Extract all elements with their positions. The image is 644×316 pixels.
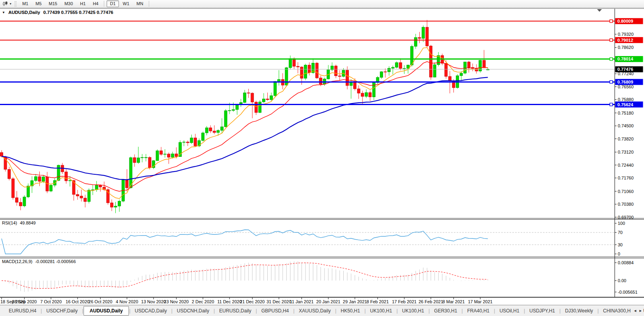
tabs-scroll-right-button[interactable]: ▸ (639, 308, 642, 313)
hline-handle[interactable] (610, 39, 613, 41)
candle-bearish (357, 89, 360, 93)
tab-gbpusd-h4[interactable]: GBPUSD,H4 (257, 306, 293, 315)
panel-divider[interactable] (0, 219, 644, 220)
timeframe-button-mn[interactable]: MN (133, 0, 146, 7)
candle-bearish (16, 198, 18, 202)
tab-separator: | (397, 308, 398, 314)
candle-bearish (19, 202, 22, 206)
candle-bullish (190, 138, 193, 142)
timeframe-button-m15[interactable]: M15 (46, 0, 60, 7)
candle-bullish (380, 72, 383, 77)
price-panel (0, 20, 489, 213)
candle-bearish (84, 198, 87, 202)
macd-indicator-label: MACD(12,26,9) -0.000281 -0.000566 (2, 259, 76, 264)
tab-usdcnh-daily[interactable]: USDCNH,Daily (173, 306, 213, 315)
svg-text:0.78014: 0.78014 (617, 57, 634, 61)
toolbar-separator (149, 1, 149, 7)
rsi-value: 49.8849 (20, 220, 36, 225)
tab-usdcad-daily[interactable]: USDCAD,Daily (131, 306, 171, 315)
rsi-axis-label: 0 (618, 252, 620, 256)
candle-bearish (251, 93, 254, 102)
hline-handle[interactable] (610, 20, 613, 23)
tabs-scroll-left-button[interactable]: ◂ (634, 308, 636, 313)
candle-bullish (433, 64, 436, 77)
dropdown-caret-icon: ▼ (9, 2, 12, 5)
axis-tick-label: 0.71060 (618, 189, 634, 194)
tab-fra40-h1[interactable]: FRA40,H1 (463, 306, 493, 315)
axis-tick-label: 0.75880 (618, 97, 634, 102)
candle-bearish (319, 78, 322, 84)
tab-separator: | (494, 308, 495, 314)
chart-type-button[interactable]: ▼ (1, 1, 13, 7)
candle-bearish (399, 62, 402, 68)
timeframe-button-m30[interactable]: M30 (61, 0, 76, 7)
timeframe-button-d1[interactable]: D1 (107, 0, 119, 7)
candle-bearish (209, 128, 212, 131)
toolbar-grip (15, 1, 16, 7)
tab-hk50-h1[interactable]: HK50,H1 (337, 306, 364, 315)
tab-audusd-daily[interactable]: AUDUSD,Daily (84, 306, 128, 316)
candle-bearish (38, 177, 41, 181)
hline-handle[interactable] (610, 80, 613, 83)
timeframe-button-m1[interactable]: M1 (19, 0, 31, 7)
candle-bullish (68, 180, 71, 181)
date-label: 2 Dec 2020 (192, 299, 214, 304)
panel-divider[interactable] (0, 257, 644, 257)
axis-tick-label: 0.72440 (618, 163, 634, 168)
candlestick-chart-icon (2, 1, 8, 6)
tab-eurusd-h4[interactable]: EURUSD,H4 (5, 306, 40, 315)
candle-bullish (217, 131, 220, 133)
candle-bullish (163, 154, 166, 154)
timeframe-button-w1[interactable]: W1 (120, 0, 133, 7)
tabs-scroll-arrows: ◂ ▸ (631, 305, 643, 316)
candle-bearish (346, 70, 349, 86)
date-label: 31 Dec 2020 (267, 299, 291, 304)
candle-bullish (23, 197, 26, 206)
axis-tick-label: 0.79320 (618, 32, 634, 37)
timeframe-button-h1[interactable]: H1 (77, 0, 89, 7)
hline-handle[interactable] (610, 103, 613, 106)
tab-ger30-h1[interactable]: GER30,H1 (430, 306, 461, 315)
candle-bullish (422, 27, 425, 38)
rsi-axis-label: 30 (618, 242, 623, 247)
axis-tick-label: 0.69700 (618, 215, 634, 220)
macd-panel (2, 261, 488, 292)
tab-eurusd-daily[interactable]: EURUSD,Daily (215, 306, 255, 315)
candle-bullish (141, 158, 144, 158)
svg-text:0.79012: 0.79012 (617, 38, 633, 43)
timeframe-button-h4[interactable]: H4 (89, 0, 101, 7)
axis-tick-label: 0.76560 (618, 84, 634, 89)
candle-bullish (232, 109, 235, 110)
candle-bearish (160, 151, 163, 154)
candle-bearish (467, 62, 470, 68)
panel-divider[interactable] (0, 218, 644, 218)
candle-bullish (460, 73, 463, 76)
hline-handle[interactable] (610, 58, 613, 60)
candle-bearish (308, 65, 311, 72)
svg-text:0.77476: 0.77476 (617, 67, 633, 72)
timeframe-button-m5[interactable]: M5 (32, 0, 45, 7)
date-label: 4 Nov 2020 (116, 299, 138, 304)
tab-uk100-h1[interactable]: UK100,H1 (366, 306, 396, 315)
chart-title: ▼ AUDUSD,Daily 0.77439 0.77555 0.77425 0… (2, 10, 113, 15)
panel-divider[interactable] (0, 258, 644, 258)
tab-xauusd-daily[interactable]: XAUUSD,Daily (295, 306, 335, 315)
date-label: 11 Jan 2021 (290, 299, 314, 304)
chart-shift-marker-icon[interactable] (597, 9, 602, 12)
candle-bearish (110, 203, 113, 207)
tab-dj30-weekly[interactable]: DJ30,Weekly (561, 306, 597, 315)
candle-bearish (293, 59, 296, 66)
axis-tick-label: 0.73820 (618, 137, 634, 141)
chart-canvas[interactable]: 0.793200.786200.779400.772400.765600.758… (0, 8, 644, 305)
candle-bullish (171, 154, 174, 157)
tab-usdjpy-h1[interactable]: USDJPY,H1 (525, 306, 559, 315)
tab-usoil-h1[interactable]: USOil,H1 (496, 306, 523, 315)
candle-bullish (479, 60, 482, 71)
candle-bullish (50, 185, 53, 191)
window-menu-icon[interactable]: ▼ (2, 11, 5, 14)
candle-bullish (388, 68, 391, 72)
tab-usdchf-daily[interactable]: USDCHF,Daily (42, 306, 82, 315)
candle-bearish (369, 93, 372, 97)
date-label: 16 Oct 2020 (66, 299, 89, 304)
tab-uk100-h1-2[interactable]: UK100,H1 (398, 306, 428, 315)
